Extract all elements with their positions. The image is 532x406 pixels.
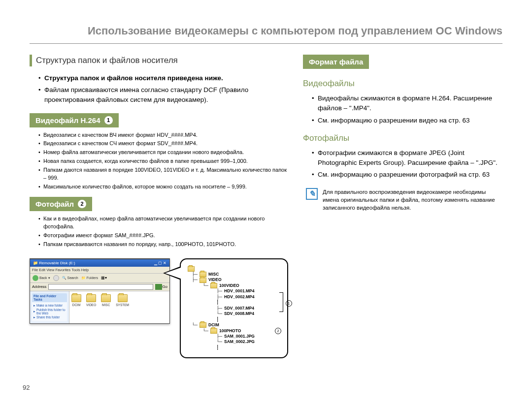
list-item: Видеофайлы сжимаются в формате H.264. Ра… bbox=[312, 94, 502, 114]
list-item: Новая папка создается, когда количество … bbox=[38, 157, 288, 165]
list-item: Как и в видеофайлах, номер файла автомат… bbox=[38, 215, 288, 231]
folder-grid: DCIM VIDEO MISC SYSTEM bbox=[69, 291, 169, 323]
page-number: 92 bbox=[23, 384, 30, 391]
photo-items-list: Как и в видеофайлах, номер файла автомат… bbox=[30, 215, 288, 249]
side-item: ▸ Share this folder bbox=[33, 315, 66, 319]
list-item: Максимальное количество файлов, которое … bbox=[38, 183, 288, 191]
video-items-list: Видеозаписи с качеством ВЧ имеют формат … bbox=[30, 131, 288, 191]
address-input bbox=[48, 284, 153, 290]
folder-icon bbox=[86, 294, 96, 302]
note-box: ✎ Для правильного воспроизведения видеок… bbox=[303, 188, 502, 212]
go-label: Go bbox=[162, 284, 167, 289]
intro-item: Структура папок и файлов носителя привед… bbox=[38, 73, 288, 83]
tag-label: Видеофайл H.264 bbox=[35, 116, 100, 125]
subheading-video: Видеофайлы bbox=[303, 79, 502, 89]
explorer-addressbar: Address Go bbox=[30, 283, 169, 291]
list-item: Фотографии сжимаются в формате JPEG (Joi… bbox=[312, 148, 502, 168]
illustration-area: 📁 Removable Disk (E:) ▁ ▢ ✕ File Edit Vi… bbox=[30, 258, 288, 359]
side-item: ▸ Publish this folder to the Web bbox=[33, 308, 66, 315]
folder-tree-callout: ├─ MISC ├─ VIDEO └─ 100VIDEO ├─ HDV_0001… bbox=[180, 258, 288, 359]
circled-number-icon: 2 bbox=[78, 200, 86, 208]
right-column: Формат файла Видеофайлы Видеофайлы сжима… bbox=[303, 55, 502, 358]
note-text: Для правильного воспроизведения видеокам… bbox=[323, 188, 502, 212]
folder-icon bbox=[210, 283, 217, 288]
circled-number-icon: 1 bbox=[104, 116, 113, 125]
page-title: Использование видеокамеры с компьютером … bbox=[30, 25, 502, 44]
folder-item: VIDEO bbox=[86, 294, 96, 320]
folder-item: DCIM bbox=[71, 294, 81, 320]
window-title: 📁 Removable Disk (E:) bbox=[33, 261, 75, 265]
list-item: См. информацию о разрешении видео на стр… bbox=[312, 116, 502, 125]
forward-icon bbox=[53, 275, 59, 281]
back-icon bbox=[33, 275, 38, 281]
window-controls: ▁ ▢ ✕ bbox=[154, 261, 166, 265]
photo-bullets: Фотографии сжимаются в формате JPEG (Joi… bbox=[303, 148, 502, 180]
explorer-menubar: File Edit View Favorites Tools Help bbox=[30, 267, 169, 274]
folder-icon bbox=[101, 294, 111, 302]
folder-tree: ├─ MISC ├─ VIDEO └─ 100VIDEO ├─ HDV_0001… bbox=[188, 266, 278, 351]
intro-item: Файлам присваиваются имена согласно стан… bbox=[38, 85, 288, 105]
video-bullets: Видеофайлы сжимаются в формате H.264. Ра… bbox=[303, 94, 502, 125]
section-heading-structure: Структура папок и файлов носителя bbox=[30, 55, 288, 66]
folder-icon bbox=[188, 266, 195, 272]
tag-photofile: Фотофайл 2 bbox=[30, 197, 92, 211]
sidepanel-title: File and Folder Tasks bbox=[32, 293, 67, 302]
marker-icon: 2 bbox=[275, 328, 281, 334]
marker-icon: 1 bbox=[286, 300, 292, 307]
list-item: Номер файла автоматически увеличивается … bbox=[38, 149, 288, 156]
left-column: Структура папок и файлов носителя Структ… bbox=[30, 55, 288, 358]
go-button bbox=[155, 284, 162, 290]
folder-icon bbox=[200, 322, 206, 328]
list-item: Фотографии имеют формат SAM_####.JPG. bbox=[38, 232, 288, 240]
intro-list: Структура папок и файлов носителя привед… bbox=[30, 73, 288, 105]
tag-file-format: Формат файла bbox=[303, 55, 369, 69]
side-item: ▸ Make a new folder bbox=[33, 304, 66, 308]
folder-item: SYSTEM bbox=[116, 294, 129, 320]
folder-icon bbox=[71, 294, 81, 302]
subheading-photo: Фотофайлы bbox=[303, 133, 502, 143]
explorer-titlebar: 📁 Removable Disk (E:) ▁ ▢ ✕ bbox=[30, 259, 169, 267]
explorer-window: 📁 Removable Disk (E:) ▁ ▢ ✕ File Edit Vi… bbox=[30, 258, 170, 324]
folder-icon bbox=[200, 278, 206, 283]
list-item: Папкам присваиваются названия по порядку… bbox=[38, 241, 288, 249]
list-item: Видеозаписи с качеством ВЧ имеют формат … bbox=[38, 131, 288, 139]
explorer-sidepanel: File and Folder Tasks ▸ Make a new folde… bbox=[30, 291, 69, 323]
address-label: Address bbox=[32, 284, 46, 289]
folder-icon bbox=[210, 328, 217, 334]
tag-videofile: Видеофайл H.264 1 bbox=[30, 113, 119, 127]
list-item: См. информацию о разрешении фотографий н… bbox=[312, 170, 502, 180]
tag-label: Фотофайл bbox=[35, 200, 74, 208]
folder-icon bbox=[118, 294, 128, 302]
note-icon: ✎ bbox=[306, 188, 318, 200]
explorer-toolbar: Back ▾ 🔍 Search 📁 Folders ▦▾ bbox=[30, 274, 169, 283]
list-item: Видеозаписи с качеством СЧ имеют формат … bbox=[38, 140, 288, 148]
folder-item: MISC bbox=[101, 294, 111, 320]
list-item: Папкам даются названия в порядке 100VIDE… bbox=[38, 166, 288, 182]
